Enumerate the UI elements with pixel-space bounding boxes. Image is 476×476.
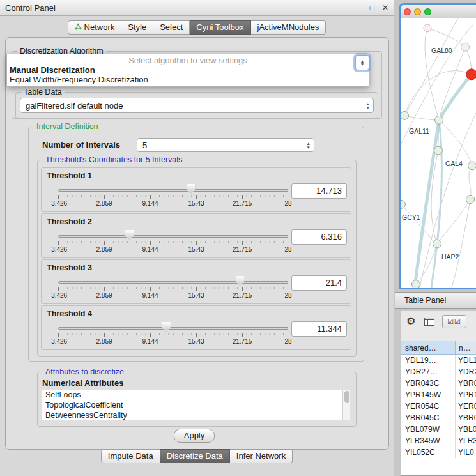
network-node-selected[interactable]: [466, 69, 476, 80]
column-header-shared-name[interactable]: shared…: [401, 341, 456, 355]
combo-stepper-icon[interactable]: ▲▼: [366, 102, 370, 109]
network-node[interactable]: [461, 43, 470, 51]
network-node[interactable]: [401, 200, 406, 208]
threshold-1-value-field[interactable]: 14.713: [291, 183, 347, 199]
node-label: HAP2: [441, 253, 459, 261]
table-row[interactable]: YDL19…YDL1: [401, 355, 476, 366]
network-node[interactable]: [401, 111, 409, 119]
slider-thumb[interactable]: [187, 184, 195, 194]
slider-tick-labels: -3.4262.8599.14415.4321.71528: [58, 292, 288, 300]
network-graph: [401, 18, 476, 288]
threshold-2-slider[interactable]: -3.4262.8599.14415.4321.71528: [58, 214, 288, 257]
threshold-3-slider[interactable]: -3.4262.8599.14415.4321.71528: [58, 260, 288, 303]
table-row[interactable]: YBR045CYBR0: [401, 412, 476, 424]
threshold-4-panel: Threshold 4 -3.4262.8599.14421.71515.432…: [41, 305, 351, 350]
numerical-attributes-label: Numerical Attributes: [42, 378, 123, 388]
network-node[interactable]: [424, 24, 431, 32]
slider-thumb[interactable]: [125, 230, 134, 240]
network-node[interactable]: [435, 116, 443, 124]
table-row[interactable]: YPR145WYPR1: [401, 389, 476, 401]
close-window-icon[interactable]: ✕: [382, 3, 388, 12]
table-data-combo[interactable]: galFiltered.sif default node ▲▼: [20, 98, 374, 113]
tab-jactivemnodules[interactable]: jActiveMNodules: [251, 20, 326, 35]
tab-discretize-data[interactable]: Discretize Data: [160, 449, 230, 463]
slider-track[interactable]: [58, 327, 288, 330]
table-row[interactable]: YLR345WYLR3: [401, 435, 476, 447]
threshold-2-panel: Threshold 2 -3.4262.8599.14415.4321.7152…: [41, 213, 351, 258]
control-panel: Control Panel □ ✕ Network Style Select C…: [0, 0, 394, 476]
threshold-3-value-field[interactable]: 21.4: [291, 275, 347, 291]
apply-button[interactable]: Apply: [174, 429, 215, 443]
network-window-titlebar: [401, 5, 476, 19]
select-columns-button[interactable]: ☑ ☑: [442, 315, 466, 328]
network-view-window[interactable]: GAL80 GAL11 GAL4 GCY1 HAP2: [399, 3, 476, 289]
table-row[interactable]: YBR043CYBR0: [401, 378, 476, 389]
gear-icon[interactable]: ⚙: [406, 315, 415, 327]
threshold-2-value-field[interactable]: 6.316: [291, 229, 347, 245]
network-tab-icon: [75, 21, 82, 34]
slider-track[interactable]: [58, 281, 288, 284]
table-row[interactable]: YDR27…YDR2: [401, 366, 476, 378]
minimize-traffic-light-icon[interactable]: [414, 8, 421, 15]
tab-network[interactable]: Network: [68, 20, 122, 35]
checkbox-icon: ☑: [447, 318, 454, 326]
table-panel: ⚙ ☑ ☑ shared… n… YDL19…YDL1 YDR27…YDR2 Y…: [401, 311, 476, 476]
slider-tick-labels: -3.4262.8599.14421.71515.4328: [58, 338, 288, 346]
table-body: YDL19…YDL1 YDR27…YDR2 YBR043CYBR0 YPR145…: [401, 355, 476, 475]
tab-select[interactable]: Select: [153, 20, 190, 35]
checkbox-icon: ☑: [454, 318, 461, 326]
slider-ruler: [58, 241, 288, 245]
table-row[interactable]: YER054CYER0: [401, 401, 476, 412]
attributes-fieldset-label: Attributes to discretize: [43, 367, 127, 376]
panel-title: Control Panel: [5, 3, 56, 13]
list-item[interactable]: BetweennessCentrality: [42, 410, 350, 420]
tab-infer-network[interactable]: Infer Network: [230, 449, 293, 463]
threshold-3-panel: Threshold 3 -3.4262.8599.14415.4321.7152…: [41, 259, 351, 304]
tab-style[interactable]: Style: [121, 20, 153, 35]
tab-impute-data[interactable]: Impute Data: [101, 449, 160, 463]
algorithm-placeholder: Select algorithm to view settings: [7, 56, 369, 65]
thresholds-fieldset-label: Threshold's Coordinates for 5 Intervals: [43, 155, 185, 164]
table-panel-titlebar: Table Panel: [395, 292, 476, 309]
list-item[interactable]: SelfLoops: [42, 390, 350, 400]
threshold-4-slider[interactable]: -3.4262.8599.14421.71515.4328: [58, 306, 288, 349]
table-data-combo-value: galFiltered.sif default node: [26, 101, 123, 111]
slider-track[interactable]: [58, 235, 288, 238]
threshold-1-slider[interactable]: -3.4262.8599.14415.4321.71528: [58, 168, 288, 211]
slider-thumb[interactable]: [236, 276, 244, 286]
network-node[interactable]: [433, 240, 441, 248]
zoom-traffic-light-icon[interactable]: [424, 8, 431, 15]
algorithm-option-manual[interactable]: Manual Discretization: [10, 65, 95, 75]
combo-stepper-icon[interactable]: ▲▼: [307, 142, 311, 149]
algorithm-dropdown-popup: Select algorithm to view settings Manual…: [6, 54, 369, 87]
number-of-intervals-combo[interactable]: 5 ▲▼: [137, 138, 314, 152]
table-panel-title: Table Panel: [404, 296, 446, 305]
slider-track[interactable]: [58, 189, 288, 192]
slider-thumb[interactable]: [162, 322, 171, 332]
table-row[interactable]: YIL052CYIL0: [401, 447, 476, 458]
node-label: GAL80: [431, 47, 452, 54]
number-of-intervals-value: 5: [142, 141, 147, 150]
interval-definition-label: Interval Definition: [34, 122, 101, 131]
bottom-tab-bar: Impute Data Discretize Data Infer Networ…: [0, 449, 394, 463]
column-header-name[interactable]: n…: [456, 341, 476, 355]
float-window-icon[interactable]: □: [370, 3, 374, 12]
close-traffic-light-icon[interactable]: [404, 8, 411, 15]
table-row[interactable]: YBL079WYBL0: [401, 424, 476, 435]
algorithm-option-equal-width[interactable]: Equal Width/Frequency Discretization: [10, 75, 148, 84]
algorithm-combo-stepper-icon[interactable]: ▲▼: [355, 55, 369, 70]
network-node[interactable]: [434, 146, 443, 155]
network-node[interactable]: [466, 196, 475, 204]
node-label: GAL11: [409, 127, 429, 135]
network-node[interactable]: [412, 280, 420, 288]
table-panel-toolbar: ⚙ ☑ ☑: [401, 311, 476, 332]
tab-cyni-toolbox[interactable]: Cyni Toolbox: [190, 20, 250, 35]
table-data-label: Table Data: [21, 88, 65, 96]
list-item[interactable]: TopologicalCoefficient: [42, 400, 350, 410]
network-canvas[interactable]: GAL80 GAL11 GAL4 GCY1 HAP2: [401, 18, 476, 288]
columns-icon[interactable]: [424, 317, 434, 328]
network-node[interactable]: [468, 162, 476, 170]
threshold-4-value-field[interactable]: 11.344: [291, 321, 347, 337]
attributes-list-scrollbar[interactable]: [342, 390, 350, 420]
table-header-row: shared… n…: [401, 341, 476, 355]
